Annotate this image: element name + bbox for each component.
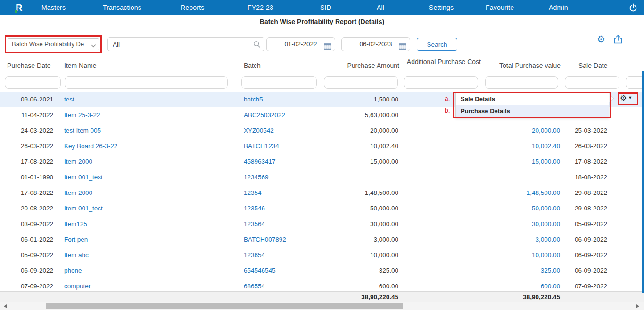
horizontal-scrollbar-thumb[interactable] — [46, 303, 403, 309]
column-header-batch[interactable]: Batch — [244, 62, 261, 69]
row-actions-gear-button[interactable]: ⚙▼ — [620, 93, 632, 102]
cell-purchase-amount: 10,002.40 — [324, 138, 398, 154]
logo-green-dot — [15, 10, 17, 13]
table-row[interactable]: 26-03-2022 Key Board 26-3-22 BATCH1234 1… — [0, 138, 644, 154]
table-row[interactable]: 17-08-2022 Item 2000 12354 1,48,500.00 1… — [0, 185, 644, 201]
nav-item-all[interactable]: All — [377, 0, 384, 15]
nav-item-settings[interactable]: Settings — [429, 0, 454, 15]
cell-item-name-link[interactable]: Item 2000 — [64, 154, 92, 169]
cell-batch-link[interactable]: 654546545 — [244, 263, 276, 278]
search-icon — [253, 41, 261, 48]
cell-batch-link[interactable]: 123564 — [244, 216, 265, 232]
cell-total-purchase-value-link[interactable]: 20,000.00 — [485, 123, 560, 138]
cell-item-name-link[interactable]: Item abc — [64, 247, 89, 263]
column-header-purchase-amount[interactable]: Purchase Amount — [324, 62, 399, 69]
date-from-field[interactable]: 01-02-2022 — [266, 37, 335, 51]
cell-batch-link[interactable]: BATCH1234 — [244, 138, 279, 154]
calendar-icon[interactable] — [324, 41, 331, 48]
filter-purchase-date[interactable] — [5, 76, 61, 89]
cell-item-name-link[interactable]: Item 001_test — [64, 169, 103, 185]
table-row[interactable]: 03-09-2022 Item125 123564 30,000.00 30,0… — [0, 216, 644, 232]
cell-batch-link[interactable]: 1234569 — [244, 169, 269, 185]
cell-batch-link[interactable]: ABC25032022 — [244, 107, 285, 123]
export-icon[interactable] — [613, 34, 623, 44]
report-type-value: Batch Wise Profitability De — [12, 41, 84, 48]
nav-item-transactions[interactable]: Transactions — [103, 0, 141, 15]
cell-purchase-amount: 1,500.00 — [324, 92, 398, 107]
filter-additional-purchase-cost[interactable] — [404, 76, 478, 89]
cell-item-name-link[interactable]: Item 25-3-22 — [64, 107, 100, 123]
cell-batch-link[interactable]: batch5 — [244, 92, 263, 107]
filter-sale-date[interactable] — [565, 76, 619, 89]
cell-item-name-link[interactable]: phone — [64, 263, 82, 278]
horizontal-scrollbar[interactable] — [0, 302, 644, 310]
table-row[interactable]: 24-03-2022 test Item 005 XYZ00542 20,000… — [0, 123, 644, 138]
cell-sale-date: 06-09-2022 — [575, 263, 607, 278]
scroll-left-arrow-icon[interactable] — [4, 304, 7, 308]
annotation-letter-b: b. — [445, 107, 450, 114]
cell-batch-link[interactable]: BATCH007892 — [244, 232, 286, 247]
calendar-icon[interactable] — [399, 41, 406, 48]
nav-item-reports[interactable]: Reports — [181, 0, 204, 15]
chevron-down-icon — [91, 43, 96, 48]
cell-purchase-date: 17-08-2022 — [7, 185, 53, 201]
cell-total-purchase-value-link[interactable]: 10,000.00 — [485, 247, 560, 263]
nav-item-fy22-23[interactable]: FY22-23 — [248, 0, 273, 15]
column-header-item-name[interactable]: Item Name — [64, 62, 96, 69]
annotation-letter-a: a. — [445, 95, 450, 102]
cell-purchase-amount: 50,000.00 — [324, 201, 398, 216]
filter-total-purchase-value[interactable] — [485, 76, 558, 89]
cell-total-purchase-value-link[interactable]: 10,002.40 — [485, 138, 560, 154]
filter-next-column[interactable] — [626, 76, 644, 89]
column-header-additional-purchase-cost[interactable]: Additional Purchase Cost — [404, 58, 481, 66]
cell-item-name-link[interactable]: test — [64, 92, 74, 107]
search-input[interactable] — [107, 37, 264, 51]
filter-item-name[interactable] — [65, 76, 228, 89]
scroll-right-arrow-icon[interactable] — [636, 304, 639, 308]
cell-item-name-link[interactable]: Item 2000 — [64, 185, 92, 201]
table-row[interactable]: 06-09-2022 phone 654546545 325.00 325.00… — [0, 263, 644, 278]
nav-item-favourite[interactable]: Favourite — [486, 0, 514, 15]
menu-item-sale-details[interactable]: Sale Details — [456, 93, 609, 105]
cell-batch-link[interactable]: 123546 — [244, 201, 265, 216]
column-header-total-purchase-value[interactable]: Total Purchase value — [485, 62, 561, 69]
cell-total-purchase-value-link[interactable]: 50,000.00 — [485, 201, 560, 216]
nav-item-sid[interactable]: SID — [320, 0, 331, 15]
settings-gear-icon[interactable]: ⚙ — [597, 34, 605, 44]
cell-total-purchase-value-link[interactable]: 30,000.00 — [485, 216, 560, 232]
app-logo[interactable]: R — [16, 2, 29, 13]
menu-item-purchase-details[interactable]: Purchase Details — [456, 105, 609, 117]
table-row[interactable]: 06-01-2022 Fort pen BATCH007892 3,000.00… — [0, 232, 644, 247]
vertical-scrollbar[interactable] — [642, 71, 644, 293]
date-to-field[interactable]: 06-02-2023 — [341, 37, 410, 51]
cell-total-purchase-value-link[interactable]: 15,000.00 — [485, 154, 560, 169]
filter-batch[interactable] — [241, 76, 317, 89]
column-header-sale-date[interactable]: Sale Date — [578, 62, 607, 69]
cell-total-purchase-value-link[interactable]: 3,000.00 — [485, 232, 560, 247]
cell-purchase-amount: 325.00 — [324, 263, 398, 278]
date-from-value: 01-02-2022 — [284, 41, 317, 48]
cell-item-name-link[interactable]: Key Board 26-3-22 — [64, 138, 117, 154]
cell-batch-link[interactable]: 123654 — [244, 247, 265, 263]
power-icon[interactable] — [629, 3, 637, 12]
cell-item-name-link[interactable]: Item 001_test — [64, 201, 103, 216]
table-row[interactable]: 20-08-2022 Item 001_test 123546 50,000.0… — [0, 201, 644, 216]
nav-item-masters[interactable]: Masters — [41, 0, 66, 15]
cell-item-name-link[interactable]: Fort pen — [64, 232, 88, 247]
cell-batch-link[interactable]: XYZ00542 — [244, 123, 274, 138]
table-row[interactable]: 05-09-2022 Item abc 123654 10,000.00 10,… — [0, 247, 644, 263]
cell-total-purchase-value-link[interactable]: 1,48,500.00 — [485, 185, 560, 201]
cell-purchase-amount: 10,000.00 — [324, 247, 398, 263]
report-type-select[interactable]: Batch Wise Profitability De — [8, 38, 99, 50]
filter-purchase-amount[interactable] — [324, 76, 398, 89]
cell-total-purchase-value-link[interactable]: 325.00 — [485, 263, 560, 278]
cell-batch-link[interactable]: 458963417 — [244, 154, 276, 169]
nav-item-admin[interactable]: Admin — [549, 0, 568, 15]
cell-item-name-link[interactable]: test Item 005 — [64, 123, 101, 138]
table-row[interactable]: 01-01-1990 Item 001_test 1234569 18-08-2… — [0, 169, 644, 185]
table-row[interactable]: 17-08-2022 Item 2000 458963417 15,000.00… — [0, 154, 644, 169]
cell-batch-link[interactable]: 12354 — [244, 185, 262, 201]
cell-item-name-link[interactable]: Item125 — [64, 216, 87, 232]
search-button[interactable]: Search — [417, 38, 457, 51]
column-header-purchase-date[interactable]: Purchase Date — [7, 62, 51, 69]
